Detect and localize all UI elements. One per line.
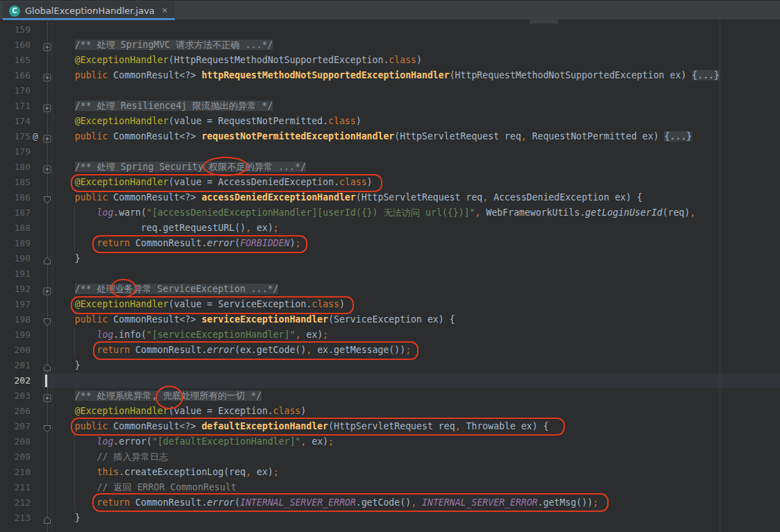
line-number[interactable]: 171 [0, 98, 31, 114]
code-line[interactable]: 186 public CommonResult<?> accessDeniedE… [0, 190, 780, 205]
line-number[interactable]: 197 [0, 297, 31, 312]
line-number[interactable]: 201 [0, 358, 31, 373]
red-annotation-rect [71, 418, 565, 436]
line-number[interactable]: 207 [0, 419, 31, 434]
code-line[interactable]: 159 [0, 22, 780, 37]
line-number[interactable]: 192 [0, 282, 31, 297]
code-line[interactable]: 209 // 插入异常日志 [0, 449, 780, 465]
line-number[interactable]: 203 [0, 388, 31, 404]
code-line-text: log.info("[serviceExceptionHandler]", ex… [53, 327, 328, 343]
code-line-text: this.createExceptionLog(req, ex); [53, 465, 279, 480]
code-line[interactable]: 190 } [0, 251, 780, 266]
tab-global-exception-handler[interactable]: C GlobalExceptionHandler.java ✕ [3, 1, 175, 20]
line-number[interactable]: 206 [0, 404, 31, 419]
code-line[interactable]: 198 public CommonResult<?> serviceExcept… [0, 312, 780, 327]
line-number[interactable]: 208 [0, 434, 31, 449]
line-number[interactable]: 209 [0, 449, 31, 465]
fold-start-icon[interactable] [43, 194, 51, 202]
line-number[interactable]: 188 [0, 221, 31, 236]
fold-collapsed-icon[interactable] [43, 41, 51, 49]
code-line[interactable]: 201 } [0, 358, 780, 373]
code-line-text: } [53, 510, 80, 526]
code-line-text: public CommonResult<?> requestNotPermitt… [53, 129, 692, 144]
fold-collapsed-icon[interactable] [43, 163, 51, 171]
line-number[interactable]: 186 [0, 190, 31, 205]
code-line[interactable]: 180 /** 处理 Spring Security 权限不足的异常 ...*/ [0, 160, 780, 175]
code-line[interactable]: 213 } [0, 510, 780, 526]
fold-start-icon[interactable] [43, 422, 51, 431]
red-annotation-rect [71, 296, 354, 314]
code-line[interactable]: 179 [0, 144, 780, 160]
code-line[interactable]: 171 /** 处理 Resilience4j 限流抛出的异常 */ [0, 98, 780, 114]
fold-end-icon[interactable] [43, 361, 51, 370]
line-number[interactable]: 179 [0, 144, 31, 160]
line-number[interactable]: 187 [0, 205, 31, 221]
code-line-text: log.warn("[accessDeniedExceptionHandler]… [53, 205, 695, 221]
line-number[interactable]: 170 [0, 83, 31, 98]
code-line-text: // 插入异常日志 [53, 449, 168, 465]
tab-title: GlobalExceptionHandler.java [25, 6, 155, 16]
red-annotation-rect [92, 493, 609, 512]
line-number[interactable]: 213 [0, 510, 31, 526]
code-line[interactable]: 187 log.warn("[accessDeniedExceptionHand… [0, 205, 780, 221]
java-class-icon: C [9, 6, 20, 17]
line-number[interactable]: 166 [0, 68, 31, 83]
red-annotation-rect [92, 235, 307, 253]
line-number[interactable]: 160 [0, 37, 31, 53]
line-number[interactable]: 159 [0, 22, 31, 37]
fold-start-icon[interactable] [43, 316, 51, 324]
code-line[interactable]: 165 @ExceptionHandler(HttpRequestMethodN… [0, 53, 780, 68]
fold-collapsed-icon[interactable] [43, 392, 51, 400]
fold-collapsed-icon[interactable] [43, 132, 51, 141]
code-line[interactable]: 206 @ExceptionHandler(value = Exception.… [0, 404, 780, 419]
code-line-text: public CommonResult<?> serviceExceptionH… [53, 312, 455, 327]
line-number[interactable]: 180 [0, 160, 31, 175]
line-number[interactable]: 174 [0, 114, 31, 129]
ide-window: C GlobalExceptionHandler.java ✕ 159160 /… [0, 0, 780, 532]
code-line-text: @ExceptionHandler(value = RequestNotPerm… [53, 114, 362, 129]
code-line-text: } [53, 358, 80, 373]
line-number[interactable]: 210 [0, 465, 31, 480]
active-tab-underline [3, 18, 175, 20]
code-line-text: log.error("[defaultExceptionHandler]", e… [53, 434, 334, 449]
line-number[interactable]: 202 [0, 373, 31, 388]
fold-collapsed-icon[interactable] [43, 71, 51, 80]
code-line[interactable]: 203 /** 处理系统异常, 兜底处理所有的一切 */ [0, 388, 780, 404]
code-line-text: public CommonResult<?> accessDeniedExcep… [53, 190, 643, 205]
code-line[interactable]: 175@ public CommonResult<?> requestNotPe… [0, 129, 780, 144]
fold-end-icon[interactable] [43, 514, 51, 522]
code-line[interactable]: 188 req.getRequestURL(), ex); [0, 221, 780, 236]
line-number[interactable]: 191 [0, 266, 31, 282]
line-number[interactable]: 189 [0, 236, 31, 251]
line-number[interactable]: 185 [0, 175, 31, 190]
fold-end-icon[interactable] [43, 255, 51, 263]
code-line[interactable]: 160 /** 处理 SpringMVC 请求方法不正确 ...*/ [0, 37, 780, 53]
line-number[interactable]: 175 [0, 129, 31, 144]
code-line-text: req.getRequestURL(), ex); [53, 221, 279, 236]
code-line[interactable]: 208 log.error("[defaultExceptionHandler]… [0, 434, 780, 449]
code-line[interactable]: 174 @ExceptionHandler(value = RequestNot… [0, 114, 780, 129]
code-line[interactable]: 210 this.createExceptionLog(req, ex); [0, 465, 780, 480]
red-annotation-rect [93, 341, 418, 360]
line-number[interactable]: 165 [0, 53, 31, 68]
code-line-text: @ExceptionHandler(HttpRequestMethodNotSu… [53, 53, 422, 68]
fold-collapsed-icon[interactable] [43, 285, 51, 293]
code-line[interactable]: 170 [0, 83, 780, 98]
line-number[interactable]: 212 [0, 495, 31, 510]
code-line[interactable]: 166 public CommonResult<?> httpRequestMe… [0, 68, 780, 83]
line-number[interactable]: 200 [0, 343, 31, 358]
code-line[interactable]: 202 [0, 373, 780, 388]
code-line[interactable]: 199 log.info("[serviceExceptionHandler]"… [0, 327, 780, 343]
red-annotation-ellipse [203, 157, 248, 176]
code-line-text: /** 处理 SpringMVC 请求方法不正确 ...*/ [53, 37, 273, 53]
fold-collapsed-icon[interactable] [43, 102, 51, 110]
line-number[interactable]: 190 [0, 251, 31, 266]
tab-close-icon[interactable]: ✕ [162, 6, 168, 15]
line-number[interactable]: 198 [0, 312, 31, 327]
line-number[interactable]: 211 [0, 480, 31, 495]
code-line-text: /** 处理 Resilience4j 限流抛出的异常 */ [53, 98, 273, 114]
line-number[interactable]: 199 [0, 327, 31, 343]
code-line-text: @ExceptionHandler(value = Exception.clas… [53, 404, 306, 419]
annotation-gutter-icon[interactable]: @ [33, 129, 38, 144]
code-line-text: public CommonResult<?> httpRequestMethod… [53, 68, 720, 83]
